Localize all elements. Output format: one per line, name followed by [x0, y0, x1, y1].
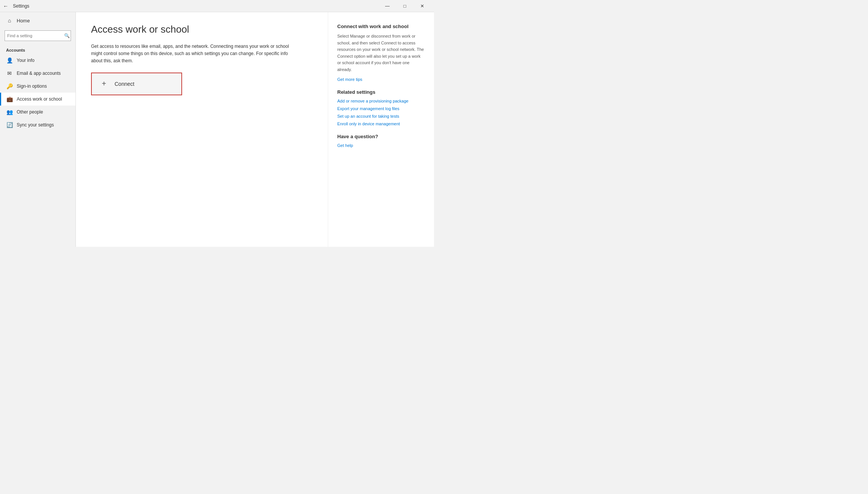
sidebar-item-other-people[interactable]: 👥 Other people: [0, 106, 75, 118]
connect-section-title: Connect with work and school: [337, 24, 425, 29]
search-input[interactable]: [5, 33, 62, 38]
minimize-button[interactable]: —: [379, 0, 396, 12]
your-info-icon: 👤: [6, 57, 13, 63]
sidebar-item-email-app-accounts[interactable]: ✉ Email & app accounts: [0, 67, 75, 80]
plus-icon: +: [98, 78, 110, 90]
email-icon: ✉: [6, 70, 13, 76]
titlebar: ← Settings — □ ✕: [0, 0, 434, 12]
search-box[interactable]: 🔍: [5, 30, 71, 41]
sidebar-section-label: Accounts: [0, 44, 75, 54]
home-button[interactable]: ⌂ Home: [0, 14, 75, 27]
sidebar-item-sign-in-options[interactable]: 🔑 Sign-in options: [0, 80, 75, 93]
right-panel: Connect with work and school Select Mana…: [328, 12, 434, 247]
account-tests-link[interactable]: Set up an account for taking tests: [337, 114, 425, 118]
enroll-device-link[interactable]: Enroll only in device management: [337, 122, 425, 126]
titlebar-title: Settings: [13, 3, 379, 9]
work-school-icon: 💼: [6, 96, 13, 102]
sidebar-item-your-info[interactable]: 👤 Your info: [0, 54, 75, 67]
sign-in-icon: 🔑: [6, 83, 13, 89]
other-people-icon: 👥: [6, 109, 13, 115]
connect-label: Connect: [115, 81, 134, 87]
home-label: Home: [17, 18, 30, 24]
sidebar: ⌂ Home 🔍 Accounts 👤 Your info ✉ Email & …: [0, 12, 76, 247]
main-description: Get access to resources like email, apps…: [91, 43, 296, 65]
have-question-title: Have a question?: [337, 134, 425, 139]
app-body: ⌂ Home 🔍 Accounts 👤 Your info ✉ Email & …: [0, 12, 434, 247]
sidebar-item-other-label: Other people: [17, 109, 43, 115]
close-button[interactable]: ✕: [414, 0, 431, 12]
sidebar-item-your-info-label: Your info: [17, 58, 35, 63]
sidebar-item-work-label: Access work or school: [17, 96, 62, 102]
get-help-link[interactable]: Get help: [337, 143, 425, 148]
provisioning-package-link[interactable]: Add or remove a provisioning package: [337, 99, 425, 103]
sync-icon: 🔄: [6, 122, 13, 128]
back-button[interactable]: ←: [3, 3, 8, 9]
page-title: Access work or school: [91, 24, 313, 35]
connect-section-description: Select Manage or disconnect from work or…: [337, 33, 425, 73]
sidebar-item-sync-settings[interactable]: 🔄 Sync your settings: [0, 118, 75, 131]
related-settings-title: Related settings: [337, 89, 425, 95]
sidebar-item-access-work-school[interactable]: 💼 Access work or school: [0, 93, 75, 106]
connect-button[interactable]: + Connect: [91, 73, 182, 95]
sidebar-item-email-label: Email & app accounts: [17, 71, 61, 76]
window-controls: — □ ✕: [379, 0, 431, 12]
management-log-link[interactable]: Export your management log files: [337, 106, 425, 111]
search-icon: 🔍: [62, 33, 72, 38]
home-icon: ⌂: [6, 17, 13, 24]
sidebar-item-sync-label: Sync your settings: [17, 122, 54, 128]
get-more-tips-link[interactable]: Get more tips: [337, 77, 425, 82]
maximize-button[interactable]: □: [396, 0, 414, 12]
main-content: Access work or school Get access to reso…: [76, 12, 328, 247]
sidebar-item-signin-label: Sign-in options: [17, 84, 47, 89]
